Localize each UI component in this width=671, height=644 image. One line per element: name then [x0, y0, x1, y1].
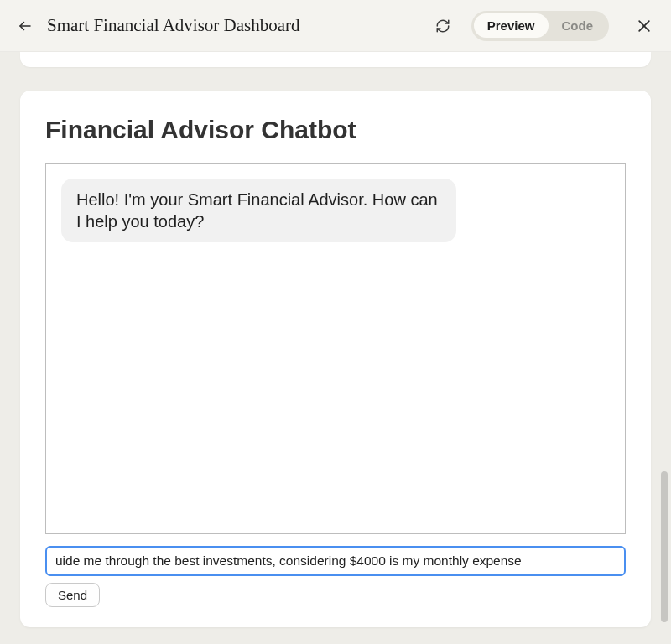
previous-card-peek — [20, 52, 651, 67]
view-toggle: Preview Code — [471, 11, 609, 41]
vertical-scrollbar-thumb[interactable] — [661, 471, 668, 622]
refresh-icon — [435, 18, 450, 34]
top-bar: Smart Financial Advisor Dashboard Previe… — [0, 0, 671, 52]
tab-code[interactable]: Code — [549, 13, 607, 38]
send-button[interactable]: Send — [45, 583, 100, 607]
close-icon — [636, 18, 653, 34]
chat-heading: Financial Advisor Chatbot — [45, 116, 626, 144]
close-button[interactable] — [632, 14, 656, 38]
chat-log[interactable]: Hello! I'm your Smart Financial Advisor.… — [45, 163, 626, 534]
back-button[interactable] — [15, 16, 35, 36]
chat-input[interactable] — [45, 546, 626, 576]
refresh-button[interactable] — [431, 14, 455, 38]
page-title: Smart Financial Advisor Dashboard — [47, 15, 300, 36]
arrow-left-icon — [18, 18, 33, 34]
chat-input-row: Send — [45, 546, 626, 607]
tab-preview[interactable]: Preview — [474, 13, 549, 38]
workspace: Financial Advisor Chatbot Hello! I'm you… — [0, 52, 671, 644]
chat-card: Financial Advisor Chatbot Hello! I'm you… — [20, 91, 651, 627]
vertical-scrollbar[interactable] — [661, 270, 668, 622]
bot-message: Hello! I'm your Smart Financial Advisor.… — [61, 179, 456, 242]
